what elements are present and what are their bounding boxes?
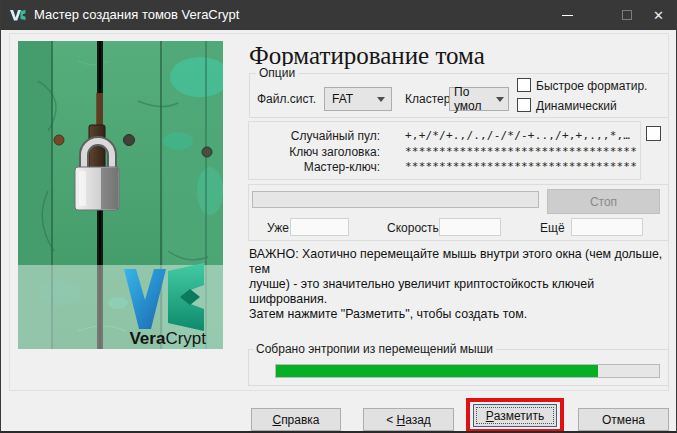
header-key-row: Ключ заголовка: ************************… xyxy=(249,145,640,160)
entropy-group-label: Собрано энтропии из перемещений мыши xyxy=(253,342,496,356)
master-key-row: Мастер-ключ: ***************************… xyxy=(249,160,640,175)
help-button[interactable]: Справка xyxy=(251,408,341,431)
speed-label: Скорость xyxy=(387,221,439,235)
notice-line: ВАЖНО: Хаотично перемещайте мышь внутри … xyxy=(249,247,673,277)
minimize-icon xyxy=(562,15,573,16)
important-notice: ВАЖНО: Хаотично перемещайте мышь внутри … xyxy=(249,247,673,322)
format-button-label: Р xyxy=(486,409,494,423)
chevron-down-icon xyxy=(377,97,385,102)
left-field[interactable] xyxy=(571,218,643,236)
quick-format-label: Быстрое форматир. xyxy=(536,79,647,93)
filesystem-label: Файл.сист. xyxy=(257,92,316,106)
notice-line: лучше) - это значительно увеличит крипто… xyxy=(249,277,673,307)
dynamic-checkbox[interactable] xyxy=(517,98,531,112)
master-key-value: ************************************ xyxy=(405,160,637,173)
window-title: Мастер создания томов VeraCrypt xyxy=(34,7,239,22)
done-label: Уже xyxy=(267,221,289,235)
veracrypt-door-image: VeraCrypt xyxy=(18,41,223,349)
done-field[interactable] xyxy=(290,218,349,236)
veracrypt-app-icon xyxy=(10,7,26,23)
brand-vera: Vera xyxy=(129,329,165,348)
entropy-progress-fill xyxy=(276,365,598,377)
show-pool-checkbox[interactable] xyxy=(646,126,661,141)
format-progress-bar xyxy=(252,191,539,208)
back-button[interactable]: < Назад xyxy=(363,408,454,431)
header-key-value: ************************************ xyxy=(405,145,637,158)
random-pool-group: Случайный пул: +,+/*/+.,/.,/-/*/-+..,/+,… xyxy=(248,121,641,180)
close-icon: ✕ xyxy=(653,8,664,23)
highlight-annotation-box: Разметить xyxy=(466,398,564,433)
close-button[interactable]: ✕ xyxy=(639,0,677,30)
speed-field[interactable] xyxy=(439,218,501,236)
quick-format-checkbox[interactable] xyxy=(517,78,531,92)
cluster-label: Кластер xyxy=(405,92,450,106)
help-button-label: С xyxy=(272,413,281,427)
minimize-button[interactable] xyxy=(547,0,587,30)
stop-button[interactable]: Стоп xyxy=(547,189,660,214)
format-progress-group: Стоп Уже Скорость Ещё xyxy=(248,184,669,241)
back-button-label: Н xyxy=(396,413,405,427)
options-group: Опции Файл.сист. FAT Кластер По умол Быс… xyxy=(249,73,669,118)
maximize-icon xyxy=(622,10,632,20)
format-button[interactable]: Разметить xyxy=(473,404,557,427)
notice-line: Затем нажмите "Разметить", чтобы создать… xyxy=(249,307,673,322)
cancel-button[interactable]: Отмена xyxy=(578,408,669,431)
veracrypt-wizard-window: Мастер создания томов VeraCrypt ✕ xyxy=(0,0,677,433)
svg-text:VeraCrypt: VeraCrypt xyxy=(129,329,206,348)
filesystem-value: FAT xyxy=(332,92,353,106)
random-pool-value: +,+/*/+.,/.,/-/*/-+..,/+,+,.,,*,… xyxy=(405,129,637,142)
master-key-label: Мастер-ключ: xyxy=(249,160,380,174)
brand-crypt: Crypt xyxy=(165,329,206,348)
dynamic-label: Динамический xyxy=(536,99,617,113)
entropy-group: Собрано энтропии из перемещений мыши xyxy=(248,349,669,386)
title-bar[interactable]: Мастер создания томов VeraCrypt ✕ xyxy=(1,0,676,30)
header-key-label: Ключ заголовка: xyxy=(249,145,380,159)
random-pool-label: Случайный пул: xyxy=(249,129,380,143)
left-label: Ещё xyxy=(540,221,565,235)
filesystem-select[interactable]: FAT xyxy=(324,87,392,111)
random-pool-row: Случайный пул: +,+/*/+.,/.,/-/*/-+..,/+,… xyxy=(249,129,640,144)
options-group-label: Опции xyxy=(256,66,298,80)
cluster-select[interactable]: По умол xyxy=(449,87,509,111)
cluster-value: По умол xyxy=(454,85,490,113)
stop-button-label: Стоп xyxy=(590,195,617,209)
entropy-progress-bar xyxy=(275,364,660,378)
cancel-button-label: Отмена xyxy=(602,413,645,427)
chevron-down-icon xyxy=(496,97,504,102)
